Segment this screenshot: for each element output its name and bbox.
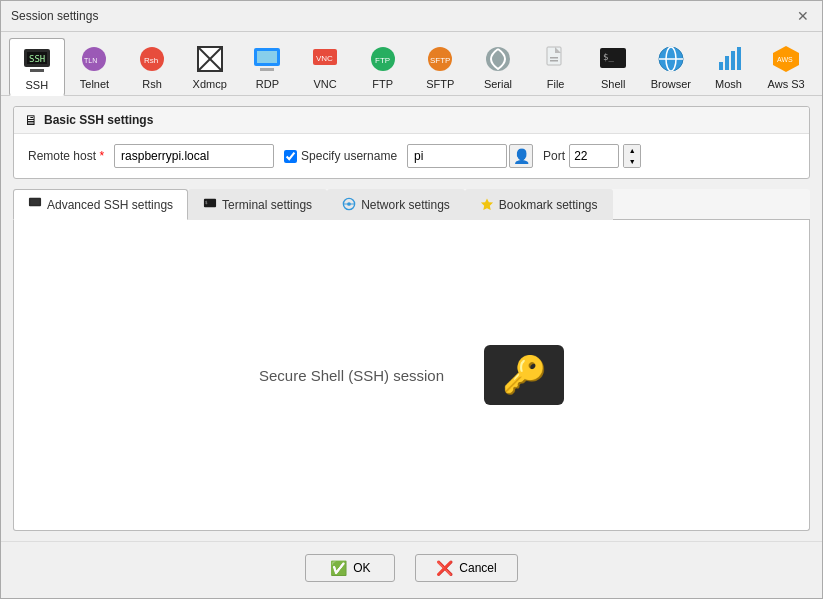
cancel-button[interactable]: ❌ Cancel (415, 554, 517, 582)
ok-button[interactable]: ✅ OK (305, 554, 395, 582)
svg-rect-24 (550, 60, 558, 62)
specify-username-checkbox[interactable] (284, 150, 297, 163)
tab-label-network: Network settings (361, 198, 450, 212)
basic-settings-title: Basic SSH settings (44, 113, 153, 127)
dialog-title: Session settings (11, 9, 98, 23)
network-tab-icon (342, 197, 356, 214)
ssh-key-icon: 🔑 (484, 345, 564, 405)
protocol-item-ftp[interactable]: FTPFTP (355, 38, 411, 95)
ssh-icon: SSH (21, 44, 53, 76)
sftp-icon: SFTP (424, 43, 456, 75)
protocol-label-mosh: Mosh (715, 78, 742, 90)
protocol-label-sftp: SFTP (426, 78, 454, 90)
port-spinner[interactable]: ▲ ▼ (623, 144, 641, 168)
protocol-item-xdmcp[interactable]: Xdmcp (182, 38, 238, 95)
protocol-item-ssh[interactable]: SSH SSH (9, 38, 65, 96)
protocol-label-vnc: VNC (313, 78, 336, 90)
port-increment-button[interactable]: ▲ (624, 145, 640, 156)
svg-text:TLN: TLN (84, 57, 97, 64)
protocol-bar: SSH SSHTLNTelnetRshRshXdmcpRDPVNCVNCFTPF… (1, 32, 822, 96)
mosh-icon (713, 43, 745, 75)
ok-icon: ✅ (330, 560, 347, 576)
protocol-item-rsh[interactable]: RshRsh (124, 38, 180, 95)
basic-settings-section: 🖥 Basic SSH settings Remote host * Speci… (13, 106, 810, 179)
xdmcp-icon (194, 43, 226, 75)
specify-username-checkbox-label[interactable]: Specify username (284, 149, 397, 163)
advanced-ssh-tab-icon (28, 196, 42, 213)
protocol-item-mosh[interactable]: Mosh (701, 38, 757, 95)
port-wrap: Port ▲ ▼ (543, 144, 641, 168)
svg-marker-43 (481, 198, 493, 210)
user-browse-button[interactable]: 👤 (509, 144, 533, 168)
tab-label-bookmark: Bookmark settings (499, 198, 598, 212)
ok-label: OK (353, 561, 370, 575)
protocol-item-rdp[interactable]: RDP (240, 38, 296, 95)
svg-rect-37 (30, 199, 39, 205)
protocol-label-telnet: Telnet (80, 78, 109, 90)
protocol-item-browser[interactable]: Browser (643, 38, 699, 95)
svg-text:SSH: SSH (29, 54, 45, 64)
protocol-item-sftp[interactable]: SFTPSFTP (412, 38, 468, 95)
bottom-bar: ✅ OK ❌ Cancel (1, 541, 822, 598)
protocol-label-ftp: FTP (372, 78, 393, 90)
vnc-icon: VNC (309, 43, 341, 75)
protocol-label-file: File (547, 78, 565, 90)
tab-network[interactable]: Network settings (327, 189, 465, 220)
basic-settings-title-bar: 🖥 Basic SSH settings (14, 107, 809, 134)
protocol-item-aws-s3[interactable]: AWSAws S3 (758, 38, 814, 95)
username-input[interactable] (407, 144, 507, 168)
file-icon (540, 43, 572, 75)
tab-content: Secure Shell (SSH) session 🔑 (13, 220, 810, 531)
svg-rect-33 (737, 47, 741, 70)
close-button[interactable]: ✕ (794, 7, 812, 25)
svg-point-20 (486, 47, 510, 71)
protocol-label-rsh: Rsh (142, 78, 162, 90)
protocol-item-serial[interactable]: Serial (470, 38, 526, 95)
tab-bookmark[interactable]: Bookmark settings (465, 189, 613, 220)
tabbed-settings: Advanced SSH settings$Terminal settingsN… (13, 189, 810, 531)
protocol-item-telnet[interactable]: TLNTelnet (67, 38, 123, 95)
tab-advanced-ssh[interactable]: Advanced SSH settings (13, 189, 188, 220)
aws-s3-icon: AWS (770, 43, 802, 75)
svg-text:$: $ (205, 200, 208, 205)
cancel-icon: ❌ (436, 560, 453, 576)
svg-rect-2 (30, 69, 44, 72)
svg-rect-31 (725, 56, 729, 70)
port-decrement-button[interactable]: ▼ (624, 156, 640, 167)
svg-rect-32 (731, 51, 735, 70)
svg-rect-21 (547, 47, 561, 65)
rsh-icon: Rsh (136, 43, 168, 75)
title-bar: Session settings ✕ (1, 1, 822, 32)
port-input[interactable] (569, 144, 619, 168)
protocol-item-file[interactable]: File (528, 38, 584, 95)
ssh-info: Secure Shell (SSH) session 🔑 (239, 325, 584, 425)
serial-icon (482, 43, 514, 75)
protocol-label-rdp: RDP (256, 78, 279, 90)
session-settings-dialog: Session settings ✕ SSH SSHTLNTelnetRshRs… (0, 0, 823, 599)
ssh-info-text: Secure Shell (SSH) session (259, 367, 444, 384)
protocol-label-serial: Serial (484, 78, 512, 90)
tab-label-advanced-ssh: Advanced SSH settings (47, 198, 173, 212)
browser-icon (655, 43, 687, 75)
svg-text:Rsh: Rsh (144, 56, 158, 65)
required-star: * (99, 149, 104, 163)
protocol-label-ssh: SSH (26, 79, 49, 91)
protocol-label-xdmcp: Xdmcp (193, 78, 227, 90)
svg-rect-30 (719, 62, 723, 70)
protocol-item-vnc[interactable]: VNCVNC (297, 38, 353, 95)
remote-host-input[interactable] (114, 144, 274, 168)
cancel-label: Cancel (459, 561, 496, 575)
telnet-icon: TLN (78, 43, 110, 75)
basic-settings-icon: 🖥 (24, 112, 38, 128)
svg-rect-13 (260, 68, 274, 71)
shell-icon: $_ (597, 43, 629, 75)
protocol-label-browser: Browser (651, 78, 691, 90)
tab-terminal[interactable]: $Terminal settings (188, 189, 327, 220)
tab-label-terminal: Terminal settings (222, 198, 312, 212)
tabs-row: Advanced SSH settings$Terminal settingsN… (13, 189, 810, 220)
svg-text:$_: $_ (603, 52, 614, 62)
remote-host-label: Remote host * (28, 149, 104, 163)
protocol-item-shell[interactable]: $_Shell (585, 38, 641, 95)
svg-text:SFTP: SFTP (430, 56, 450, 65)
rdp-icon (251, 43, 283, 75)
